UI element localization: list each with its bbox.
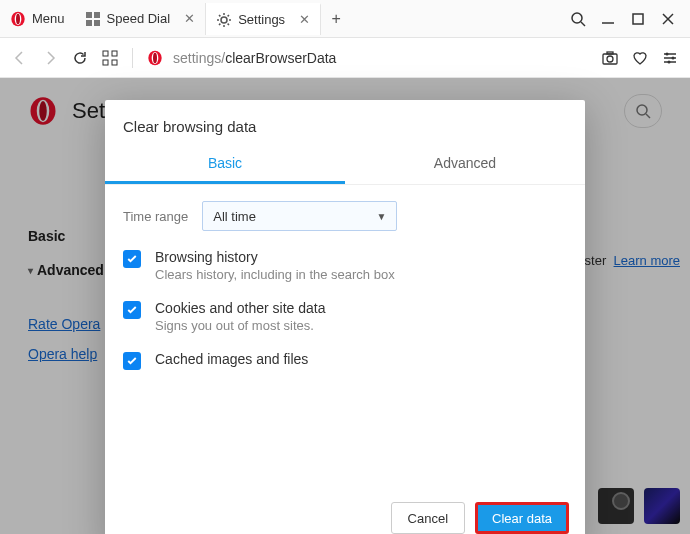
url-path: clearBrowserData	[225, 50, 336, 66]
tab-advanced[interactable]: Advanced	[345, 145, 585, 184]
close-icon[interactable]	[660, 11, 676, 27]
time-range-select[interactable]: All time ▼	[202, 201, 397, 231]
checkbox-cache[interactable]	[123, 352, 141, 370]
tab-settings[interactable]: Settings ✕	[206, 3, 321, 35]
snapshot-icon[interactable]	[602, 50, 618, 66]
checkbox-cookies[interactable]	[123, 301, 141, 319]
svg-rect-23	[607, 52, 613, 54]
svg-rect-15	[112, 51, 117, 56]
titlebar: Menu Speed Dial ✕ Settings ✕ +	[0, 0, 690, 38]
close-icon[interactable]: ✕	[299, 12, 310, 27]
heart-icon[interactable]	[632, 50, 648, 66]
minimize-icon[interactable]	[600, 11, 616, 27]
tab-label: Speed Dial	[107, 11, 171, 26]
easy-setup-icon[interactable]	[662, 50, 678, 66]
svg-rect-11	[633, 14, 643, 24]
opera-logo-icon	[147, 50, 163, 66]
svg-point-22	[607, 56, 613, 62]
separator	[132, 48, 133, 68]
option-title: Browsing history	[155, 249, 395, 265]
svg-point-20	[153, 52, 157, 63]
dialog-title: Clear browsing data	[105, 100, 585, 145]
tab-strip: Speed Dial ✕ Settings ✕ +	[75, 0, 556, 37]
reload-icon[interactable]	[72, 50, 88, 66]
svg-rect-17	[112, 60, 117, 65]
checkbox-browsing-history[interactable]	[123, 250, 141, 268]
svg-line-9	[581, 22, 585, 26]
svg-rect-5	[86, 20, 92, 26]
forward-icon[interactable]	[42, 50, 58, 66]
clear-data-button[interactable]: Clear data	[475, 502, 569, 534]
check-icon	[126, 253, 138, 265]
svg-point-8	[572, 13, 582, 23]
grid-icon	[85, 11, 101, 27]
option-title: Cached images and files	[155, 351, 308, 367]
menu-button[interactable]: Menu	[0, 0, 75, 37]
svg-point-2	[16, 13, 20, 24]
chevron-down-icon: ▼	[376, 211, 386, 222]
url-prefix: settings	[173, 50, 221, 66]
clear-browsing-data-dialog: Clear browsing data Basic Advanced Time …	[105, 100, 585, 534]
opera-logo-icon	[10, 11, 26, 27]
svg-rect-4	[94, 12, 100, 18]
menu-label: Menu	[32, 11, 65, 26]
close-icon[interactable]: ✕	[184, 11, 195, 26]
back-icon[interactable]	[12, 50, 28, 66]
check-icon	[126, 304, 138, 316]
tab-speed-dial[interactable]: Speed Dial ✕	[75, 3, 207, 35]
svg-point-7	[221, 17, 227, 23]
time-range-value: All time	[213, 209, 256, 224]
time-range-label: Time range	[123, 209, 188, 224]
svg-rect-14	[103, 51, 108, 56]
svg-point-27	[666, 52, 669, 55]
window-controls	[556, 11, 690, 27]
svg-rect-6	[94, 20, 100, 26]
option-subtitle: Signs you out of most sites.	[155, 318, 325, 333]
svg-point-28	[672, 56, 675, 59]
check-icon	[126, 355, 138, 367]
tab-basic[interactable]: Basic	[105, 145, 345, 184]
option-subtitle: Clears history, including in the search …	[155, 267, 395, 282]
nav-buttons	[12, 50, 118, 66]
option-title: Cookies and other site data	[155, 300, 325, 316]
addrbar-right-icons	[602, 50, 678, 66]
maximize-icon[interactable]	[630, 11, 646, 27]
dialog-tabs: Basic Advanced	[105, 145, 585, 185]
tab-label: Settings	[238, 12, 285, 27]
speed-dial-icon[interactable]	[102, 50, 118, 66]
svg-rect-16	[103, 60, 108, 65]
cancel-button[interactable]: Cancel	[391, 502, 465, 534]
address-bar: settings/clearBrowserData	[0, 38, 690, 78]
url-field[interactable]: settings/clearBrowserData	[147, 50, 588, 66]
new-tab-button[interactable]: +	[321, 10, 351, 28]
svg-rect-3	[86, 12, 92, 18]
gear-icon	[216, 12, 232, 28]
svg-point-29	[668, 60, 671, 63]
search-icon[interactable]	[570, 11, 586, 27]
